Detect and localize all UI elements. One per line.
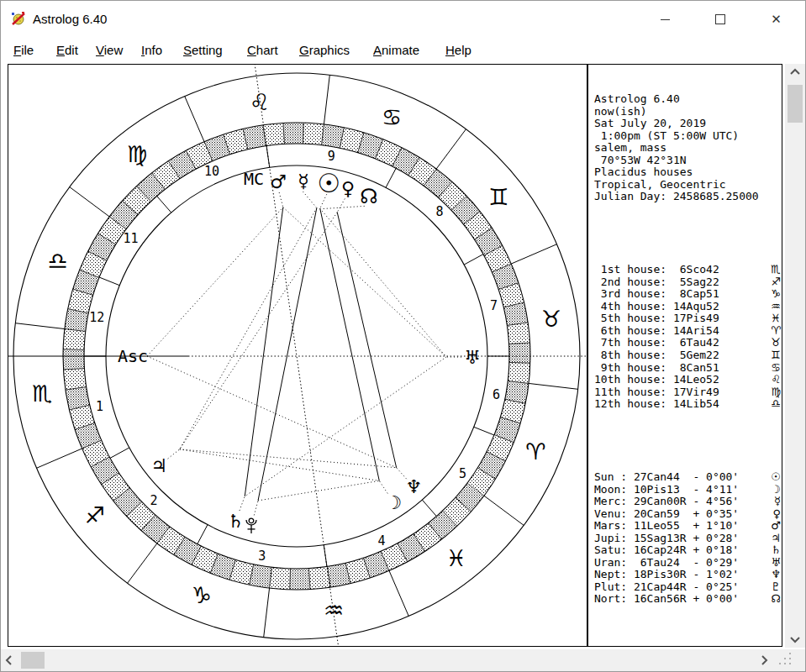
- sign-boundary: [264, 588, 270, 638]
- menu-item-chart[interactable]: Chart: [245, 41, 281, 59]
- degree-band-sector: [63, 369, 86, 391]
- sign-boundary: [389, 570, 408, 616]
- planet-row-text: Satu: 16Cap24R + 0°18': [594, 544, 739, 557]
- planet-row: Nept: 18Pis30R - 1°02'♆: [594, 569, 781, 581]
- horizontal-scrollbar[interactable]: [1, 649, 772, 671]
- planet-row: Merc: 29Can00R - 4°56'☿: [594, 496, 781, 508]
- sign-boundary: [128, 543, 157, 583]
- sign-boundary: [436, 129, 466, 169]
- menu-item-info[interactable]: Info: [139, 41, 165, 59]
- vertical-scroll-thumb[interactable]: [788, 85, 803, 123]
- planet-row-sign-icon: ♄: [771, 544, 781, 557]
- grip-dot: [789, 658, 791, 659]
- house-cusp-line: [422, 500, 436, 517]
- menu-item-help[interactable]: Help: [443, 41, 474, 59]
- info-line: Tropical, Geocentric: [594, 179, 781, 192]
- scroll-left-button[interactable]: [1, 649, 16, 671]
- info-line: Astrolog 6.40: [594, 93, 781, 106]
- house-cusp-line: [110, 448, 129, 458]
- minimize-button[interactable]: [646, 1, 684, 38]
- house-row: 3rd house: 8Cap51♑: [594, 288, 781, 301]
- aspect-line-venus-jupiter: [180, 213, 337, 449]
- scroll-down-button[interactable]: [785, 633, 805, 648]
- aspect-line-jupiter-neptune: [180, 449, 397, 468]
- saturn-icon: ♄: [228, 511, 245, 532]
- sign-boundary: [15, 323, 65, 329]
- planet-row-sign-icon: ☊: [771, 593, 781, 606]
- house-cusp-list: 1st house: 6Sco42♏ 2nd house: 5Sag22♐ 3r…: [594, 264, 781, 411]
- degree-band-sector: [290, 569, 310, 590]
- planet-row-sign-icon: ♇: [771, 581, 781, 594]
- house-row-text: 6th house: 14Ari54: [594, 325, 719, 338]
- house-number: 5: [459, 466, 466, 481]
- zodiac-sign-icon: ♎: [48, 248, 68, 274]
- zodiac-sign-icon: ♓: [446, 545, 466, 571]
- planet-row-sign-icon: ♂: [771, 520, 781, 533]
- planet-row-sign-icon: ♀: [772, 508, 781, 521]
- sign-boundary: [185, 96, 204, 141]
- house-cusp-line: [157, 196, 171, 213]
- mc-ic-axis-dotted: [254, 64, 340, 647]
- planet-row-text: Merc: 29Can00R - 4°56': [594, 496, 739, 508]
- planet-row: Plut: 21Cap44R - 0°25'♇: [594, 581, 781, 594]
- maximize-button[interactable]: [701, 1, 739, 38]
- house-row-sign-icon: ♎: [771, 398, 781, 411]
- scroll-up-button[interactable]: [785, 64, 805, 79]
- sun-icon: ☉: [317, 168, 340, 198]
- house-row-sign-icon: ♉: [771, 337, 781, 349]
- vertical-scrollbar[interactable]: [785, 64, 805, 648]
- planet-row-text: Sun : 27Can44 - 0°00': [594, 471, 739, 484]
- house-row: 6th house: 14Ari54♈: [594, 325, 781, 338]
- panel-divider: [587, 64, 588, 647]
- jupiter-pointer: [168, 449, 180, 459]
- house-row-text: 5th house: 17Pis49: [594, 312, 719, 325]
- aspect-line-asc-neptune: [147, 356, 397, 468]
- info-panel: Astrolog 6.40now(ish)Sat July 20, 2019 1…: [594, 69, 781, 643]
- menu-item-animate[interactable]: Animate: [371, 41, 422, 59]
- planet-row-text: Venu: 20Can59 + 0°35': [594, 508, 739, 521]
- sign-boundary: [70, 187, 109, 217]
- planet-row: Nort: 16Can56R + 0°00'☊: [594, 593, 781, 606]
- planet-row-text: Jupi: 15Sag13R + 0°28': [594, 533, 739, 545]
- chevron-left-icon: [4, 654, 13, 666]
- zodiac-sign-icon: ♌: [250, 89, 270, 115]
- menu-item-setting[interactable]: Setting: [181, 41, 225, 59]
- degree-band-sector: [63, 349, 84, 370]
- menu-item-file[interactable]: File: [11, 41, 36, 59]
- grip-dot: [789, 653, 791, 654]
- house-row-sign-icon: ♓: [771, 312, 781, 325]
- pluto-icon: [246, 518, 256, 533]
- planet-row-text: Moon: 10Pis13 - 4°11': [594, 484, 739, 496]
- menu-item-view[interactable]: View: [93, 41, 125, 59]
- scroll-right-button[interactable]: [757, 649, 772, 671]
- aspect-line-venus-neptune: [337, 213, 396, 468]
- menu-item-graphics[interactable]: Graphics: [297, 41, 352, 59]
- title-bar: Astrolog 6.40 ✕: [1, 1, 805, 38]
- house-row-text: 12th house: 14Lib54: [594, 398, 719, 411]
- aspect-line-mars-uranus: [283, 207, 446, 357]
- aspect-line-sun-uranus: [320, 208, 446, 357]
- menu-item-edit[interactable]: Edit: [54, 41, 81, 59]
- zodiac-sign-icon: ♍: [127, 141, 147, 167]
- house-cusp-line: [198, 525, 208, 544]
- node-pointer: [322, 206, 364, 208]
- mars-pointer: [279, 192, 283, 207]
- menu-bar: FileEditViewInfoSettingChartGraphicsAnim…: [1, 38, 805, 63]
- chevron-right-icon: [761, 654, 769, 666]
- node-icon: ☊: [360, 185, 377, 208]
- close-button[interactable]: ✕: [757, 1, 795, 38]
- horizontal-scroll-thumb[interactable]: [21, 652, 45, 669]
- house-row-sign-icon: ♈: [771, 325, 781, 338]
- jupiter-icon: ♃: [151, 455, 168, 476]
- house-cusp-line: [474, 427, 494, 435]
- zodiac-sign-icon: ♐: [85, 502, 105, 528]
- house-row: 8th house: 5Gem22♊: [594, 349, 781, 362]
- degree-band-sector: [309, 566, 331, 589]
- mc-label: MC: [244, 169, 264, 189]
- planet-position-list: Sun : 27Can44 - 0°00'☉Moon: 10Pis13 - 4°…: [594, 471, 781, 606]
- resize-grip[interactable]: [772, 649, 806, 672]
- uranus-icon: ♅: [464, 347, 481, 368]
- maximize-icon: [715, 14, 725, 24]
- house-row: 2nd house: 5Sag22♐: [594, 276, 781, 289]
- house-row-sign-icon: ♐: [771, 276, 781, 289]
